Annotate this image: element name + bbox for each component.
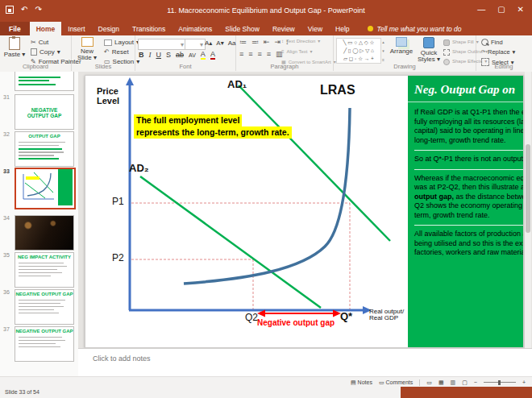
font-name-combo[interactable]: ▾	[138, 39, 186, 50]
new-slide-button[interactable]: New Slide ▾	[73, 37, 101, 61]
shape-fill-button[interactable]: Shape Fill ▾	[443, 39, 479, 46]
decrease-indent-icon[interactable]: ⇤	[264, 39, 270, 46]
align-right-icon[interactable]: ≡	[258, 51, 262, 58]
slide-number: 36	[3, 289, 10, 295]
full-employment-callout[interactable]: The full employment level represents the…	[134, 114, 292, 139]
reading-view-button[interactable]: ▥	[451, 379, 456, 386]
minimize-button[interactable]: —	[477, 5, 485, 15]
status-accent-block	[401, 387, 532, 398]
character-spacing-button[interactable]: AV	[189, 52, 196, 59]
explanation-panel[interactable]: Neg. Output Gap on If Real GDP is at Q1-…	[408, 76, 524, 347]
paragraph-group: ≔ ≕ ⇤ ⇥ ↕ ≡ ≡ ≡ ≡ ▥ ↕ Text Direction ▾ ≡…	[236, 35, 334, 71]
ribbon: Paste ▾ ✂ Cut Copy ▾ ✎ Format Painter Cl…	[0, 35, 532, 73]
notes-placeholder: Click to add notes	[93, 354, 151, 363]
comments-toggle-button[interactable]: ▭ Comments	[379, 379, 413, 386]
thumbnail-diagram	[16, 169, 73, 205]
italic-button[interactable]: I	[149, 52, 152, 59]
ad2-label: AD₂	[129, 163, 149, 174]
font-size-combo[interactable]: ▾	[185, 39, 206, 50]
tab-view[interactable]: View	[301, 22, 329, 35]
cut-button[interactable]: ✂ Cut	[31, 39, 48, 46]
quick-styles-button[interactable]: Quick Styles ▾	[416, 37, 442, 63]
tell-me-box[interactable]: Tell me what you want to do	[356, 22, 462, 35]
increase-indent-icon[interactable]: ⇥	[275, 39, 281, 46]
find-button[interactable]: Find	[481, 39, 503, 46]
align-text-button[interactable]: ≡ Align Text ▾	[281, 48, 312, 56]
shapes-gallery[interactable]: ╲ ▭ ○ △ ◇ ☆ ╱ ▯ ◯ ▷ ▽ ⌂ ▱ ◻ ◦ ☆ → +	[336, 38, 381, 64]
tab-insert[interactable]: Insert	[61, 22, 91, 35]
panel-paragraph-1: If Real GDP is at Q1-P1 then the economy…	[414, 104, 524, 151]
panel-paragraph-3: Whereas if the macroeconomic equilibrium…	[414, 170, 524, 226]
notes-toggle-button[interactable]: ▤ Notes	[351, 379, 372, 386]
redo-icon[interactable]: ↷	[35, 6, 41, 14]
slide-sorter-view-button[interactable]: ▦	[438, 379, 444, 386]
tab-slideshow[interactable]: Slide Show	[218, 22, 266, 35]
scrollbar-thumb[interactable]	[526, 144, 530, 233]
callout-line-2: represents the long-term, growth rate.	[134, 126, 292, 139]
reset-icon: ↶	[104, 48, 110, 56]
normal-view-button[interactable]: ▭	[426, 379, 432, 386]
text-direction-icon: ↕	[281, 38, 284, 45]
slide-number: 35	[3, 252, 10, 258]
slideshow-view-button[interactable]: ▢	[462, 379, 468, 386]
slide-number: 37	[3, 326, 10, 332]
font-color-button[interactable]: A	[210, 51, 215, 60]
slide-number: 32	[3, 131, 10, 137]
ribbon-tab-bar: File Home Insert Design Transitions Anim…	[0, 22, 532, 35]
chevron-down-icon: ▾	[200, 41, 203, 48]
zoom-out-button[interactable]: −	[474, 379, 477, 386]
highlight-color-button[interactable]: A	[201, 51, 206, 60]
bullets-icon[interactable]: ≔	[239, 39, 247, 46]
text-shadow-button[interactable]: S	[166, 52, 171, 59]
tab-home[interactable]: Home	[30, 22, 62, 35]
tab-file[interactable]: File	[0, 22, 30, 35]
numbering-icon[interactable]: ≕	[251, 39, 259, 46]
replace-icon: ↷	[481, 48, 485, 56]
tell-me-label: Tell me what you want to do	[377, 25, 462, 33]
shapes-scroll-down-icon[interactable]: ▾	[382, 48, 384, 55]
copy-button[interactable]: Copy ▾	[31, 48, 60, 56]
shapes-scroll-up-icon[interactable]: ▴	[382, 39, 384, 46]
paste-button[interactable]: Paste ▾	[2, 37, 27, 58]
zoom-slider-handle[interactable]	[498, 380, 501, 385]
q2-label: Q2	[245, 313, 258, 323]
vertical-scrollbar[interactable]	[525, 72, 531, 348]
y-axis-arrow	[126, 77, 134, 85]
replace-button[interactable]: ↷ Replace ▾	[481, 48, 515, 56]
clipboard-group: Paste ▾ ✂ Cut Copy ▾ ✎ Format Painter Cl…	[0, 35, 72, 71]
close-button[interactable]: ✕	[517, 5, 524, 15]
undo-icon[interactable]: ↶	[21, 6, 27, 14]
align-center-icon[interactable]: ≡	[248, 51, 252, 58]
slide-number: 33	[3, 168, 10, 174]
tab-review[interactable]: Review	[266, 22, 301, 35]
tab-transitions[interactable]: Transitions	[126, 22, 172, 35]
tab-design[interactable]: Design	[92, 22, 126, 35]
paste-icon	[9, 37, 20, 50]
justify-icon[interactable]: ≡	[267, 51, 271, 58]
font-group-label: Font	[135, 63, 235, 70]
change-case-button[interactable]: Aa	[228, 39, 236, 47]
grow-font-button[interactable]: A▴	[205, 39, 212, 47]
layout-button[interactable]: Layout ▾	[104, 39, 139, 46]
quick-styles-icon	[423, 37, 434, 48]
maximize-button[interactable]: ▢	[497, 5, 505, 15]
window-title: 11. Macroeconomic Equilibrium and Output…	[0, 6, 532, 15]
align-left-icon[interactable]: ≡	[239, 51, 243, 58]
underline-button[interactable]: U	[156, 52, 162, 59]
divider	[419, 379, 420, 386]
text-direction-button[interactable]: ↕ Text Direction ▾	[281, 38, 320, 45]
arrange-button[interactable]: Arrange	[389, 37, 414, 55]
slide-canvas[interactable]: Price Level AD₁ LRAS AD₂ P1 P2 Q2 Q* Rea…	[85, 75, 524, 348]
notes-pane[interactable]: Click to add notes	[78, 348, 532, 377]
shrink-font-button[interactable]: A▾	[216, 39, 223, 47]
bold-button[interactable]: B	[139, 52, 144, 59]
tab-help[interactable]: Help	[329, 22, 355, 35]
quick-access-toolbar: ↶ ↷	[6, 6, 42, 14]
save-icon[interactable]	[6, 6, 14, 14]
strikethrough-button[interactable]: ab	[176, 52, 184, 59]
zoom-in-button[interactable]: +	[522, 379, 526, 386]
thumbnail-title: NEG IMPACT ACTIVITY	[15, 255, 73, 260]
zoom-slider[interactable]	[484, 382, 516, 383]
tab-animations[interactable]: Animations	[172, 22, 218, 35]
reset-button[interactable]: ↶ Reset	[104, 48, 129, 56]
